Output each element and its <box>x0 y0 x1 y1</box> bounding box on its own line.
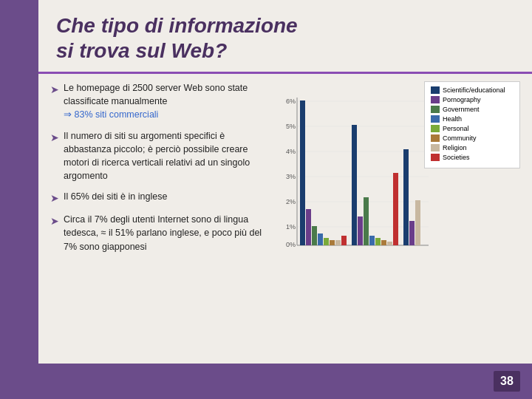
chart-area: Scientific/educational Pornography Gover… <box>281 81 520 364</box>
bar-community-g1 <box>330 240 335 245</box>
bar-personal-g1 <box>324 238 329 245</box>
bar-health-g1 <box>318 233 323 245</box>
legend-color-religion <box>431 144 440 151</box>
bar-scientific-g3 <box>403 149 409 245</box>
svg-text:0%: 0% <box>286 241 296 248</box>
legend-item: Societies <box>431 154 514 161</box>
legend-item: Pornography <box>431 96 514 103</box>
svg-text:1%: 1% <box>286 223 296 231</box>
bar-societies-g1 <box>341 236 347 245</box>
bar-personal-g2 <box>375 238 381 245</box>
bullet-arrow-icon: ➤ <box>50 214 59 228</box>
legend-item: Community <box>431 134 514 142</box>
legend-color-societies <box>431 154 440 161</box>
page-number: 38 <box>494 371 520 392</box>
legend-item: Health <box>431 115 514 123</box>
list-item: ➤ Le homepage di 2500 server Web sono st… <box>50 81 272 121</box>
legend-color-scientific <box>431 86 440 94</box>
bar-government-g2 <box>364 197 369 245</box>
bar-pornography-g3 <box>409 221 415 245</box>
left-accent-bar <box>0 0 38 399</box>
bar-pornography-g2 <box>358 216 363 245</box>
legend-color-government <box>431 106 440 113</box>
bullet-list: ➤ Le homepage di 2500 server Web sono st… <box>50 81 272 364</box>
bar-religion-g1 <box>335 240 341 245</box>
legend-item: Government <box>431 106 514 113</box>
svg-text:5%: 5% <box>286 123 296 130</box>
bullet-arrow-icon: ➤ <box>50 82 59 97</box>
legend-color-community <box>431 134 440 142</box>
legend-color-pornography <box>431 96 440 103</box>
bar-chart-svg: 6% 5% 4% 3% 2% 1% 0% <box>281 90 429 260</box>
legend-item: Scientific/educational <box>431 86 514 94</box>
bar-government-g1 <box>312 226 317 245</box>
svg-text:6%: 6% <box>286 98 296 105</box>
list-item: ➤ Il 65% dei siti è in inglese <box>50 190 272 205</box>
bar-pornography-g1 <box>306 209 311 245</box>
legend-color-personal <box>431 125 440 132</box>
bar-religion-g2 <box>387 242 392 245</box>
svg-text:3%: 3% <box>286 173 296 180</box>
legend-item: Religion <box>431 144 514 151</box>
slide-title: Che tipo di informazione si trova sul We… <box>56 13 514 63</box>
title-area: Che tipo di informazione si trova sul We… <box>38 0 532 74</box>
main-content: Che tipo di informazione si trova sul We… <box>38 0 532 364</box>
chart-legend: Scientific/educational Pornography Gover… <box>424 81 520 168</box>
bar-community-g2 <box>381 240 386 245</box>
legend-item: Personal <box>431 125 514 132</box>
bar-scientific-g1 <box>300 100 305 245</box>
bar-societies-g2 <box>393 173 398 245</box>
svg-text:2%: 2% <box>286 198 296 205</box>
bar-scientific-g2 <box>352 125 357 245</box>
list-item: ➤ Il numero di siti su argomenti specifi… <box>50 129 272 183</box>
list-item: ➤ Circa il 7% degli utenti Internet sono… <box>50 213 272 253</box>
bullet-arrow-icon: ➤ <box>50 130 59 145</box>
bar-religion-g3 <box>415 200 420 245</box>
svg-text:4%: 4% <box>286 148 296 155</box>
bullet-arrow-icon: ➤ <box>50 191 59 205</box>
bar-health-g2 <box>369 236 375 245</box>
legend-color-health <box>431 115 440 123</box>
body-area: ➤ Le homepage di 2500 server Web sono st… <box>38 74 532 371</box>
